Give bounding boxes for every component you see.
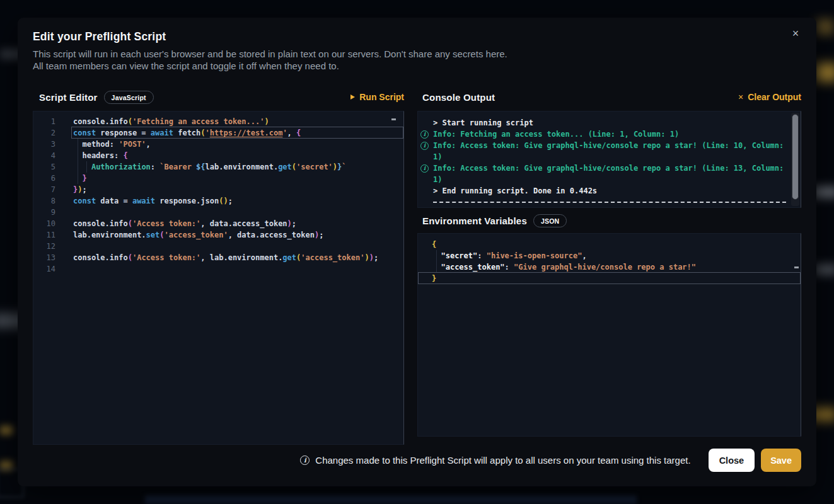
line-number: 13	[33, 252, 73, 263]
code-line[interactable]: 5 Authorization: `Bearer ${lab.environme…	[33, 161, 403, 173]
code-line[interactable]: 6 }	[33, 173, 403, 184]
code-line[interactable]: 3 method: 'POST',	[33, 139, 403, 150]
backdrop-blob	[816, 19, 834, 35]
line-number: 9	[33, 207, 73, 218]
console-line: 1)	[418, 151, 801, 163]
console-output-title: Console Output	[422, 92, 495, 103]
console-line: > End running script. Done in 0.442s	[418, 185, 801, 197]
console-separator	[433, 202, 786, 203]
backdrop-blob	[814, 265, 834, 275]
backdrop-blob	[0, 461, 13, 470]
modal-description-line1: This script will run in each user's brow…	[33, 49, 507, 59]
console-line: iInfo: Fetching an access token... (Line…	[418, 129, 801, 140]
line-number: 7	[33, 184, 73, 195]
backdrop-blob	[815, 63, 834, 82]
clear-output-button[interactable]: × Clear Output	[738, 92, 801, 102]
icon-spacer	[420, 187, 429, 195]
modal-description-line2: All team members can view the script and…	[33, 60, 339, 71]
code-line[interactable]: 9	[33, 207, 403, 218]
console-output-panel[interactable]: > Start running scriptiInfo: Fetching an…	[417, 111, 801, 208]
code-line[interactable]: 7});	[33, 184, 403, 195]
line-number: 2	[33, 127, 73, 139]
console-line: > Start running script	[418, 117, 801, 129]
info-icon: i	[300, 455, 310, 465]
play-icon	[350, 94, 355, 100]
code-line[interactable]: 11lab.environment.set('access_token', da…	[33, 229, 403, 241]
preflight-script-modal: × Edit your Preflight Script This script…	[18, 18, 816, 486]
line-number: 6	[33, 173, 73, 184]
console-scrollbar-track[interactable]	[791, 113, 799, 206]
footer-note: Changes made to this Preflight Script wi…	[315, 455, 690, 466]
console-line: 1)	[418, 174, 801, 185]
line-number: 5	[33, 161, 73, 173]
env-variables-title: Environment Variables	[422, 215, 527, 226]
icon-spacer	[420, 119, 429, 127]
code-line[interactable]: 13console.info('Access token:', lab.envi…	[33, 252, 403, 263]
code-line[interactable]: 14	[33, 263, 403, 275]
run-script-button[interactable]: Run Script	[350, 92, 404, 102]
clear-icon: ×	[738, 94, 743, 100]
clear-output-label: Clear Output	[748, 92, 801, 102]
line-number: 8	[33, 195, 73, 207]
code-line[interactable]: {	[418, 239, 801, 250]
code-line[interactable]: 10console.info('Access token:', data.acc…	[33, 218, 403, 229]
run-script-label: Run Script	[359, 92, 404, 102]
code-line[interactable]: "access_token": "Give graphql-hive/conso…	[418, 261, 801, 273]
save-button[interactable]: Save	[761, 449, 801, 472]
language-badge: JavaScript	[104, 91, 154, 104]
env-variables-editor[interactable]: { "secret": "hive-is-open-source", "acce…	[417, 233, 801, 437]
icon-spacer	[420, 153, 429, 161]
line-number: 11	[33, 229, 73, 241]
info-icon: i	[420, 130, 429, 139]
code-line[interactable]: }	[418, 273, 801, 284]
console-scrollbar-thumb[interactable]	[792, 114, 799, 200]
code-line[interactable]: 2const response = await fetch('https://t…	[33, 127, 403, 139]
code-line[interactable]: "secret": "hive-is-open-source",	[418, 250, 801, 261]
line-number: 4	[33, 150, 73, 161]
icon-spacer	[420, 176, 429, 184]
line-number: 1	[33, 116, 73, 127]
close-button[interactable]: Close	[709, 449, 755, 472]
backdrop-blob	[145, 495, 637, 504]
script-editor-title: Script Editor	[39, 92, 98, 103]
script-editor[interactable]: 1console.info('Fetching an access token.…	[33, 111, 404, 445]
code-line[interactable]: 1console.info('Fetching an access token.…	[33, 116, 403, 127]
code-line[interactable]: 4 headers: {	[33, 150, 403, 161]
json-badge: JSON	[533, 214, 567, 227]
console-line: iInfo: Access token: Give graphql-hive/c…	[418, 140, 801, 151]
code-line[interactable]: 8const data = await response.json();	[33, 195, 403, 207]
line-number: 10	[33, 218, 73, 229]
line-number: 3	[33, 139, 73, 150]
console-line: iInfo: Access token: Give graphql-hive/c…	[418, 163, 801, 174]
info-icon: i	[420, 164, 429, 173]
close-icon[interactable]: ×	[787, 25, 804, 42]
backdrop-blob	[0, 426, 13, 435]
info-icon: i	[420, 142, 429, 150]
line-number: 14	[33, 263, 73, 275]
line-number: 12	[33, 241, 73, 252]
page-title: Edit your Preflight Script	[33, 30, 166, 43]
code-line[interactable]: 12	[33, 241, 403, 252]
